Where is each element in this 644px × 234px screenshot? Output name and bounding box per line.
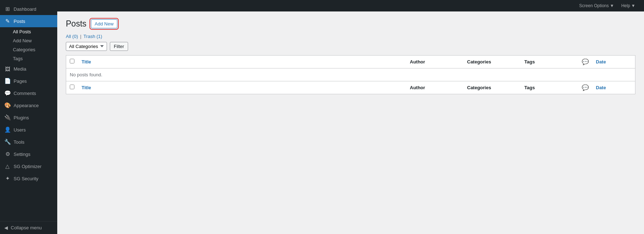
comments-icon: 💬 (4, 90, 11, 96)
col-check-header (66, 55, 78, 68)
col-tags-footer: Tags (521, 81, 578, 94)
filter-button[interactable]: Filter (110, 42, 128, 51)
table-footer-row: Title Author Categories Tags 💬 (66, 81, 635, 94)
sidebar-item-media[interactable]: 🖼 Media (0, 63, 57, 75)
col-tags-header: Tags (521, 55, 578, 68)
sidebar-sub-all-posts[interactable]: All Posts (13, 27, 57, 36)
sidebar-sub-add-new[interactable]: Add New (13, 36, 57, 45)
sidebar-item-label: Tools (14, 139, 24, 145)
select-all-footer-checkbox[interactable] (70, 85, 74, 89)
table-body: No posts found. (66, 68, 635, 81)
sidebar-item-label: SG Optimizer (14, 164, 42, 169)
collapse-icon: ◀ (4, 225, 8, 230)
users-icon: 👤 (4, 126, 11, 133)
appearance-icon: 🎨 (4, 102, 11, 109)
sidebar-item-appearance[interactable]: 🎨 Appearance (0, 99, 57, 111)
help-button[interactable]: Help ▼ (618, 2, 638, 10)
help-arrow: ▼ (631, 3, 635, 8)
sidebar-item-comments[interactable]: 💬 Comments (0, 87, 57, 99)
screen-options-arrow: ▼ (610, 3, 614, 8)
sidebar-item-settings[interactable]: ⚙ Settings (0, 148, 57, 160)
comments-header-icon: 💬 (582, 59, 589, 65)
sidebar: ⊞ Dashboard ✎ Posts All Posts Add New Ca… (0, 0, 57, 234)
sidebar-item-label: Posts (14, 19, 25, 24)
sidebar-item-label: Comments (14, 91, 36, 96)
media-icon: 🖼 (4, 66, 11, 72)
screen-options-button[interactable]: Screen Options ▼ (576, 2, 617, 10)
col-title-footer[interactable]: Title (78, 81, 406, 94)
sidebar-item-sg-optimizer[interactable]: △ SG Optimizer (0, 160, 57, 172)
col-comments-footer: 💬 (578, 81, 592, 94)
sidebar-item-tools[interactable]: 🔧 Tools (0, 136, 57, 148)
sidebar-item-users[interactable]: 👤 Users (0, 124, 57, 136)
table-head: Title Author Categories Tags 💬 (66, 55, 635, 68)
dashboard-icon: ⊞ (4, 6, 11, 12)
col-author-footer: Author (406, 81, 464, 94)
page-title: Posts (66, 19, 87, 29)
collapse-menu[interactable]: ◀ Collapse menu (0, 221, 57, 234)
comments-footer-icon: 💬 (582, 85, 589, 91)
pages-icon: 📄 (4, 78, 11, 84)
help-label: Help (621, 3, 630, 8)
sidebar-item-label: Appearance (14, 103, 39, 108)
sidebar-item-label: Plugins (14, 115, 29, 120)
col-title-header[interactable]: Title (78, 55, 406, 68)
sidebar-sub-tags[interactable]: Tags (13, 54, 57, 63)
sg-security-icon: ✦ (4, 175, 11, 182)
posts-icon: ✎ (4, 18, 11, 24)
sidebar-item-label: Settings (14, 152, 30, 157)
col-categories-footer: Categories (464, 81, 521, 94)
sg-optimizer-icon: △ (4, 163, 11, 169)
category-select[interactable]: All Categories (66, 42, 107, 51)
select-all-checkbox[interactable] (70, 59, 74, 63)
screen-options-label: Screen Options (579, 3, 609, 8)
page-heading: Posts Add New (66, 19, 635, 29)
col-author-header: Author (406, 55, 464, 68)
col-date-header[interactable]: Date (592, 55, 635, 68)
topbar: Screen Options ▼ Help ▼ (57, 0, 644, 11)
content-area: Posts Add New All (0) | Trash (1) All Ca… (57, 11, 644, 234)
sidebar-item-label: Media (14, 66, 26, 72)
no-items-row: No posts found. (66, 68, 635, 81)
subsubsub-nav: All (0) | Trash (1) (66, 34, 635, 39)
sidebar-item-dashboard[interactable]: ⊞ Dashboard (0, 3, 57, 15)
sidebar-item-pages[interactable]: 📄 Pages (0, 75, 57, 87)
all-posts-link[interactable]: All (0) (66, 34, 78, 39)
add-new-button[interactable]: Add New (91, 19, 118, 28)
col-check-footer (66, 81, 78, 94)
col-comments-header: 💬 (578, 55, 592, 68)
posts-table: Title Author Categories Tags 💬 (66, 55, 635, 94)
table-foot: Title Author Categories Tags 💬 (66, 81, 635, 94)
sidebar-item-label: Pages (14, 78, 27, 84)
sidebar-item-posts[interactable]: ✎ Posts (0, 15, 57, 27)
sidebar-item-plugins[interactable]: 🔌 Plugins (0, 111, 57, 124)
settings-icon: ⚙ (4, 151, 11, 157)
plugins-icon: 🔌 (4, 114, 11, 121)
sidebar-item-label: SG Security (14, 176, 38, 181)
main-area: Screen Options ▼ Help ▼ Posts Add New Al… (57, 0, 644, 234)
table-header-row: Title Author Categories Tags 💬 (66, 55, 635, 68)
filter-bar: All Categories Filter (66, 42, 635, 51)
tools-icon: 🔧 (4, 139, 11, 145)
sidebar-item-sg-security[interactable]: ✦ SG Security (0, 172, 57, 185)
trash-link[interactable]: Trash (1) (83, 34, 102, 39)
sidebar-sub-categories[interactable]: Categories (13, 45, 57, 54)
col-categories-header: Categories (464, 55, 521, 68)
sidebar-item-label: Dashboard (14, 6, 36, 12)
col-date-footer[interactable]: Date (592, 81, 635, 94)
collapse-label: Collapse menu (11, 225, 42, 230)
sidebar-item-label: Users (14, 127, 26, 133)
sidebar-nav: ⊞ Dashboard ✎ Posts All Posts Add New Ca… (0, 0, 57, 186)
subsubsub-separator: | (80, 34, 81, 39)
no-items-cell: No posts found. (66, 68, 635, 81)
posts-submenu: All Posts Add New Categories Tags (0, 27, 57, 63)
